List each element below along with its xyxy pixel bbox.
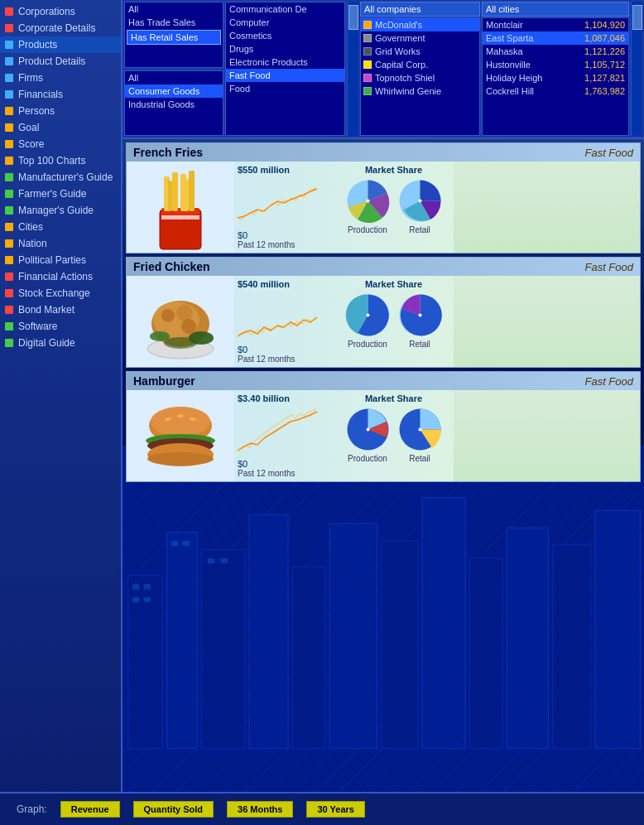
svg-rect-49	[553, 545, 591, 749]
svg-rect-8	[185, 179, 189, 211]
retail-label-3: Retail	[409, 454, 430, 463]
production-label-1: Production	[348, 225, 387, 234]
sidebar-item-stock-exchange[interactable]: Stock Exchange	[0, 285, 121, 302]
type-electronic[interactable]: Electronic Products	[226, 55, 344, 69]
city-row-hustonville[interactable]: Hustonville1,105,712	[483, 58, 628, 71]
retail-label-2: Retail	[409, 340, 430, 349]
company-item-capital-corp.[interactable]: Capital Corp.	[361, 58, 479, 71]
sidebar-item-corporate-details[interactable]: Corporate Details	[0, 20, 121, 36]
company-item-government[interactable]: Government	[361, 31, 479, 45]
hamburger-image	[127, 390, 234, 481]
sidebar-item-political-parties[interactable]: Political Parties	[0, 252, 121, 268]
category-consumer-goods[interactable]: Consumer Goods	[125, 84, 223, 98]
production-label-3: Production	[348, 454, 387, 463]
sidebar-item-financial-actions[interactable]: Financial Actions	[0, 268, 121, 285]
product-name-hamburger: Hamburger	[133, 374, 195, 388]
bottom-bar: Graph: Revenue Quantity Sold 36 Months 3…	[0, 792, 644, 825]
revenue-button[interactable]: Revenue	[60, 801, 120, 818]
type-fastfood[interactable]: Fast Food	[226, 69, 344, 82]
svg-point-21	[164, 337, 197, 349]
company-item-grid-works[interactable]: Grid Works	[361, 45, 479, 58]
sidebar-item-corporations[interactable]: Corporations	[0, 3, 121, 20]
sidebar-label-product-details: Product Details	[18, 55, 85, 67]
sidebar-item-farmer-guide[interactable]: Farmer's Guide	[0, 186, 121, 202]
city-value: 1,121,226	[584, 46, 625, 56]
type-food[interactable]: Food	[226, 82, 344, 95]
sidebar-dot-corporate-details	[5, 24, 13, 32]
card-header-french-fries: French Fries Fast Food	[127, 143, 640, 162]
sidebar-item-score[interactable]: Score	[0, 136, 121, 152]
36-months-button[interactable]: 36 Months	[227, 801, 293, 818]
sidebar-label-farmer-guide: Farmer's Guide	[18, 188, 86, 200]
category-industrial-goods[interactable]: Industrial Goods	[125, 98, 223, 111]
pies-row-1: Production Retail	[345, 178, 443, 234]
city-background	[123, 446, 644, 792]
sidebar-item-top100[interactable]: Top 100 Charts	[0, 152, 121, 169]
company-item-mcdonald's[interactable]: McDonald's	[361, 18, 479, 31]
svg-point-36	[366, 428, 369, 432]
french-fries-chart: $550 million $0 Past 12 months	[234, 162, 334, 253]
sidebar-item-digital-guide[interactable]: Digital Guide	[0, 335, 121, 351]
city-row-holiday-heigh[interactable]: Holiday Heigh1,127,821	[483, 71, 628, 84]
card-extra-1	[454, 162, 640, 253]
main-content: French Fries Fast Food	[123, 139, 644, 792]
svg-point-12	[418, 200, 421, 203]
sidebar-item-goal[interactable]: Goal	[0, 119, 121, 136]
companies-col: All companies McDonald'sGovernmentGrid W…	[360, 2, 480, 136]
company-item-topnotch-shiel[interactable]: Topnotch Shiel	[361, 71, 479, 84]
svg-point-23	[366, 314, 369, 317]
retail-pie-2: Retail	[397, 292, 443, 349]
product-type-scrollbar[interactable]	[347, 2, 358, 136]
type-communication[interactable]: Communication De	[226, 2, 344, 16]
sidebar-item-financials[interactable]: Financials	[0, 86, 121, 103]
sidebar-item-product-details[interactable]: Product Details	[0, 53, 121, 70]
sidebar-item-firms[interactable]: Firms	[0, 70, 121, 86]
product-type-list: Communication De Computer Cosmetics Drug…	[225, 2, 345, 136]
svg-rect-57	[208, 558, 214, 563]
category-all[interactable]: All	[125, 71, 223, 84]
type-cosmetics[interactable]: Cosmetics	[226, 29, 344, 42]
30-years-button[interactable]: 30 Years	[306, 801, 364, 818]
svg-point-27	[151, 407, 210, 437]
sidebar-item-cities[interactable]: Cities	[0, 219, 121, 235]
sidebar-item-manager-guide[interactable]: Manager's Guide	[0, 202, 121, 219]
company-dot	[363, 21, 372, 29]
product-cards: French Fries Fast Food	[123, 139, 644, 489]
market-share-label-1: Market Share	[365, 165, 422, 175]
city-row-montclair[interactable]: Montclair1,104,920	[483, 18, 628, 31]
city-row-east-sparta[interactable]: East Sparta1,087,046	[483, 31, 628, 45]
pies-row-2: Production Retail	[345, 292, 443, 349]
sidebar-nav: CorporationsCorporate DetailsProductsPro…	[0, 3, 121, 351]
sidebar-label-persons: Persons	[18, 105, 55, 117]
quantity-sold-button[interactable]: Quantity Sold	[133, 801, 214, 818]
sidebar-item-nation[interactable]: Nation	[0, 235, 121, 252]
production-pie-2: Production	[345, 292, 391, 349]
svg-rect-55	[171, 541, 178, 546]
product-category-french-fries: Fast Food	[584, 147, 633, 159]
filter-trade-sales[interactable]: Has Trade Sales	[125, 16, 223, 29]
company-name: Capital Corp.	[375, 60, 428, 70]
sidebar-item-persons[interactable]: Persons	[0, 103, 121, 119]
chart-bottom-value-2: $0	[238, 345, 330, 355]
sidebar-dot-manager-guide	[5, 206, 13, 215]
svg-rect-41	[202, 549, 245, 748]
card-extra-2	[454, 276, 640, 367]
city-name: Montclair	[486, 20, 523, 30]
sidebar-item-bond-market[interactable]: Bond Market	[0, 302, 121, 318]
type-drugs[interactable]: Drugs	[226, 42, 344, 55]
sidebar-item-products[interactable]: Products	[0, 36, 121, 53]
city-value: 1,127,821	[584, 73, 625, 83]
svg-rect-2	[161, 215, 199, 220]
sidebar-dot-stock-exchange	[5, 289, 13, 297]
filter-all[interactable]: All	[125, 2, 223, 16]
chart-period-label-2: Past 12 months	[238, 355, 330, 364]
cities-scrollbar[interactable]	[631, 2, 642, 136]
company-item-whirlwind-genie[interactable]: Whirlwind Genie	[361, 84, 479, 98]
companies-title: All companies	[360, 2, 480, 17]
sidebar-item-mfg-guide[interactable]: Manufacturer's Guide	[0, 169, 121, 186]
city-row-cockrell-hill[interactable]: Cockrell Hill1,763,982	[483, 84, 628, 98]
type-computer[interactable]: Computer	[226, 16, 344, 29]
filter-retail-sales[interactable]: Has Retail Sales	[127, 30, 221, 45]
sidebar-item-software[interactable]: Software	[0, 318, 121, 335]
city-row-mahaska[interactable]: Mahaska1,121,226	[483, 45, 628, 58]
